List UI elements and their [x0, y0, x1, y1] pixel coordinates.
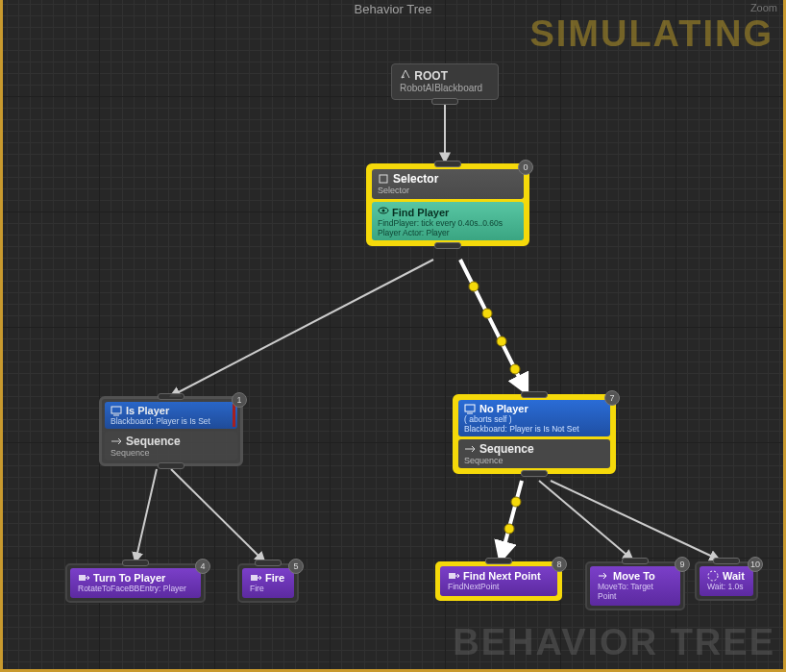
is-player-node[interactable]: 1 Is Player Blackboard: Player is Is Set…	[99, 396, 243, 466]
simulating-label: SIMULATING	[529, 13, 774, 55]
eye-icon	[378, 205, 389, 216]
task-icon	[448, 570, 459, 582]
svg-rect-14	[380, 175, 387, 183]
svg-point-24	[708, 571, 718, 581]
svg-rect-17	[111, 407, 121, 413]
wait-task[interactable]: 10 Wait Wait: 1.0s	[695, 561, 758, 601]
turn-to-player-task[interactable]: 4 Turn To Player RotateToFaceBBEntry: Pl…	[65, 563, 206, 603]
selector-sub: Selector	[378, 186, 518, 195]
sequence-title: Sequence	[464, 442, 604, 456]
blackboard-icon	[464, 403, 476, 414]
node-index: 8	[552, 557, 567, 572]
sequence-title: Sequence	[111, 435, 232, 448]
find-next-point-task[interactable]: 8 Find Next Point FindNextPoint	[435, 561, 562, 601]
watermark-label: BEHAVIOR TREE	[453, 622, 775, 663]
node-index: 1	[232, 392, 247, 408]
svg-point-4	[482, 309, 492, 318]
node-index: 9	[675, 557, 690, 572]
svg-line-12	[539, 481, 632, 560]
node-index: 5	[288, 559, 304, 574]
svg-line-8	[171, 469, 264, 561]
svg-point-6	[510, 364, 520, 374]
svg-rect-19	[465, 405, 475, 411]
svg-point-3	[469, 282, 479, 291]
svg-rect-23	[449, 573, 455, 579]
sequence-icon	[111, 436, 122, 447]
svg-point-11	[504, 524, 514, 534]
behavior-tree-canvas[interactable]: Behavior Tree Zoom SIMULATING BEHAVIOR T…	[0, 0, 786, 672]
svg-line-13	[551, 481, 719, 560]
selector-node[interactable]: 0 Selector Selector Find Player FindPlay…	[366, 163, 529, 246]
selector-icon	[378, 173, 389, 185]
svg-line-9	[501, 481, 522, 560]
root-icon	[400, 68, 411, 80]
move-to-task[interactable]: 9 Move To MoveTo: Target Point	[585, 561, 685, 610]
task-icon	[78, 572, 89, 584]
zoom-label: Zoom	[750, 2, 777, 13]
sequence-icon	[464, 443, 476, 455]
root-title: ROOT	[400, 68, 490, 83]
panel-title: Behavior Tree	[355, 2, 432, 16]
node-index: 7	[604, 390, 620, 406]
blackboard-icon	[111, 405, 122, 416]
find-player-service[interactable]: Find Player FindPlayer: tick every 0.40s…	[372, 202, 524, 240]
root-node[interactable]: ROOT RobotAIBlackboard	[391, 63, 499, 100]
is-player-decorator[interactable]: Is Player Blackboard: Player is Is Set	[105, 402, 237, 429]
node-index: 0	[518, 160, 533, 175]
no-player-decorator[interactable]: No Player ( aborts self ) Blackboard: Pl…	[458, 400, 610, 436]
wait-icon	[707, 570, 719, 582]
move-icon	[598, 570, 609, 582]
svg-point-16	[382, 210, 385, 212]
fire-task[interactable]: 5 Fire Fire	[237, 563, 299, 603]
task-icon	[250, 572, 261, 584]
svg-rect-22	[251, 575, 258, 581]
node-index: 4	[195, 559, 210, 574]
svg-line-1	[171, 260, 433, 396]
svg-rect-21	[79, 575, 86, 581]
root-subtitle: RobotAIBlackboard	[400, 83, 490, 93]
selector-title: Selector	[378, 172, 518, 186]
svg-point-5	[497, 336, 506, 346]
svg-point-10	[511, 497, 521, 507]
node-index: 10	[748, 557, 763, 572]
svg-line-7	[135, 469, 157, 561]
no-player-node[interactable]: 7 No Player ( aborts self ) Blackboard: …	[453, 394, 616, 474]
